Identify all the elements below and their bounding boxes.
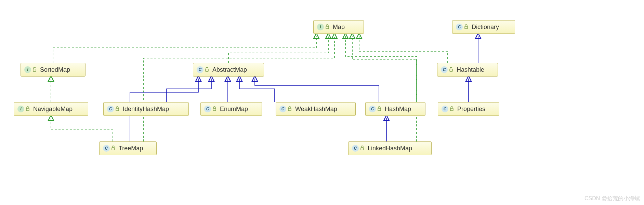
lock-icon bbox=[377, 106, 381, 112]
svg-rect-9 bbox=[378, 108, 381, 111]
class-icon: C bbox=[197, 66, 203, 73]
class-icon: C bbox=[441, 66, 448, 73]
node-hashtable[interactable]: CHashtable bbox=[437, 63, 498, 77]
node-map[interactable]: IMap bbox=[313, 20, 364, 34]
class-icon: C bbox=[204, 106, 211, 112]
interface-icon: I bbox=[317, 24, 324, 30]
edge-treemap-to-navigablemap bbox=[51, 118, 113, 141]
lock-icon bbox=[360, 146, 364, 151]
node-identityhashmap[interactable]: CIdentityHashMap bbox=[103, 102, 189, 116]
class-icon: C bbox=[369, 106, 376, 112]
class-icon: C bbox=[103, 145, 110, 152]
node-label: SortedMap bbox=[40, 66, 70, 73]
svg-rect-2 bbox=[33, 69, 36, 71]
lock-icon bbox=[288, 106, 292, 112]
node-enummap[interactable]: CEnumMap bbox=[200, 102, 262, 116]
lock-icon bbox=[450, 106, 454, 112]
edge-sortedmap-to-map bbox=[53, 36, 316, 63]
svg-rect-7 bbox=[213, 108, 216, 111]
svg-rect-10 bbox=[450, 108, 453, 111]
edge-hashmap-to-abstractmap bbox=[255, 79, 379, 102]
svg-rect-8 bbox=[288, 108, 291, 111]
node-label: Dictionary bbox=[472, 24, 499, 31]
lock-icon bbox=[464, 24, 468, 30]
svg-rect-4 bbox=[450, 69, 452, 71]
svg-rect-12 bbox=[361, 148, 364, 150]
node-label: WeakHashMap bbox=[295, 106, 337, 113]
node-dictionary[interactable]: CDictionary bbox=[452, 20, 515, 34]
svg-rect-3 bbox=[206, 69, 208, 71]
node-label: IdentityHashMap bbox=[123, 106, 169, 113]
lock-icon bbox=[325, 24, 329, 30]
edge-identityhashmap-to-abstractmap bbox=[167, 79, 211, 102]
node-label: AbstractMap bbox=[212, 66, 247, 73]
watermark: CSDN @拾荒的小海螺 bbox=[584, 195, 640, 202]
node-label: NavigableMap bbox=[33, 106, 73, 113]
edge-hashmap-to-map bbox=[345, 36, 417, 102]
lock-icon bbox=[32, 67, 37, 73]
node-label: EnumMap bbox=[220, 106, 248, 113]
node-sortedmap[interactable]: ISortedMap bbox=[21, 63, 86, 77]
class-icon: C bbox=[442, 106, 448, 112]
svg-rect-11 bbox=[112, 148, 115, 150]
node-linkedhashmap[interactable]: CLinkedHashMap bbox=[348, 141, 432, 155]
node-label: Properties bbox=[457, 106, 485, 113]
node-label: Hashtable bbox=[457, 66, 484, 73]
lock-icon bbox=[111, 146, 115, 151]
edge-weakhashmap-to-abstractmap bbox=[239, 79, 275, 102]
class-icon: C bbox=[456, 24, 463, 30]
node-navigablemap[interactable]: INavigableMap bbox=[14, 102, 88, 116]
lock-icon bbox=[115, 106, 119, 112]
edge-treemap-to-map bbox=[144, 36, 334, 141]
interface-icon: I bbox=[24, 66, 31, 73]
edge-abstractmap-to-map bbox=[228, 36, 328, 63]
node-properties[interactable]: CProperties bbox=[438, 102, 499, 116]
lock-icon bbox=[205, 67, 209, 73]
node-label: HashMap bbox=[385, 106, 411, 113]
node-label: Map bbox=[333, 24, 345, 31]
node-label: LinkedHashMap bbox=[368, 145, 412, 152]
node-abstractmap[interactable]: CAbstractMap bbox=[193, 63, 264, 77]
lock-icon bbox=[449, 67, 453, 73]
lock-icon bbox=[212, 106, 216, 112]
class-icon: C bbox=[352, 145, 359, 152]
node-treemap[interactable]: CTreeMap bbox=[99, 141, 157, 155]
svg-rect-1 bbox=[465, 26, 468, 29]
class-icon: C bbox=[279, 106, 286, 112]
svg-rect-5 bbox=[26, 108, 29, 111]
edge-linkedhashmap-to-map bbox=[352, 36, 417, 141]
lock-icon bbox=[26, 106, 30, 112]
svg-rect-6 bbox=[116, 108, 119, 111]
node-weakhashmap[interactable]: CWeakHashMap bbox=[276, 102, 356, 116]
svg-rect-0 bbox=[326, 26, 329, 29]
node-hashmap[interactable]: CHashMap bbox=[365, 102, 425, 116]
edge-hashtable-to-map bbox=[359, 36, 447, 63]
node-label: TreeMap bbox=[119, 145, 143, 152]
interface-icon: I bbox=[17, 106, 24, 112]
class-icon: C bbox=[107, 106, 114, 112]
